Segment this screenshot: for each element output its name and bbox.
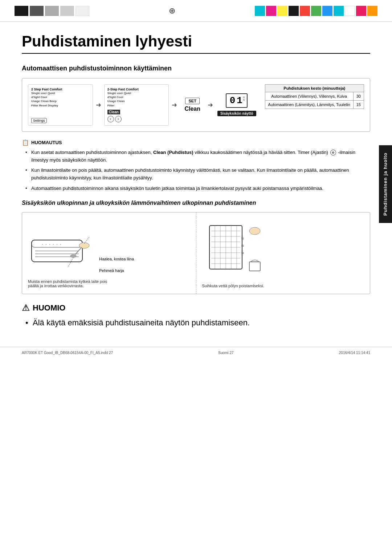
svg-point-7	[70, 255, 76, 257]
illus-bottom-text: Muista ennen puhdistamista kytkeä laite …	[28, 279, 190, 288]
color-block-lightgray	[45, 6, 59, 16]
top-bar-center: ⊕	[89, 6, 255, 16]
color-block-green	[311, 6, 321, 16]
svg-text:≈: ≈	[241, 243, 244, 248]
diagram-table-container: Puhdistuksen kesto (minuutteja) Automaat…	[264, 83, 366, 127]
diagram-step1: 2 Step Fast Comfort Single user Quiet d'…	[28, 84, 93, 126]
svg-text:≈: ≈	[241, 250, 244, 256]
svg-rect-33	[249, 262, 260, 271]
compass-icon: ⊕	[169, 6, 175, 16]
arrow3: ➜	[206, 83, 215, 127]
illus-left-labels: Haalea, kostea liina Pehmeä harja	[99, 257, 134, 273]
top-bar: ⊕	[0, 0, 392, 22]
step1-line1: Single user Quiet	[31, 91, 90, 95]
color-block-white	[75, 6, 89, 16]
illus-right-drawing: ≈ ≈ ≈	[202, 218, 364, 281]
color-block-cyan	[255, 6, 265, 16]
nav-next-btn[interactable]: ›	[115, 116, 122, 122]
step1-title: 2 Step Fast Comfort Single user Quiet d'…	[31, 88, 90, 107]
footer-page-info: Suomi 27	[218, 351, 233, 355]
svg-point-14	[57, 244, 57, 245]
nav-prev-btn[interactable]: ‹	[107, 116, 114, 122]
table-row2-desc: Automaattinen (Lämmitys), Lämmitys, Tuul…	[265, 101, 353, 109]
illus-right-label: Suihkuta vettä pölyn poistamiseksi.	[202, 284, 364, 288]
page-title: Puhdistaminen lyhyesti	[22, 33, 370, 54]
svg-point-15	[60, 244, 61, 245]
section2-heading: Sisäyksikön ulkopinnan ja ulkoyksikön lä…	[22, 200, 370, 206]
note-header: 📋 HUOMAUTUS	[22, 139, 370, 146]
note-list: Kun asetat automaattisen puhdistustoimin…	[22, 149, 370, 192]
arrow2: ➜	[170, 83, 179, 127]
color-blocks-left	[15, 6, 89, 16]
diagram-box: 2 Step Fast Comfort Single user Quiet d'…	[22, 78, 370, 132]
svg-point-10	[42, 244, 43, 245]
illustration-box: Haalea, kostea liina Pehmeä harja Muista…	[22, 212, 370, 294]
step2-clean-highlight: Clean	[107, 110, 120, 114]
footer: AR7000K ET Good_IB_DB68-06154A-00_FI_A5.…	[0, 347, 392, 358]
color-block-darkgray	[30, 6, 44, 16]
step1-line4: Filter Reset Display	[31, 103, 90, 107]
note-item-2: Kun ilmastointilaite on pois päältä, aut…	[25, 167, 370, 182]
table-row2-value: 15	[353, 101, 364, 109]
color-block-yellow	[277, 6, 287, 16]
note-section: 📋 HUOMAUTUS Kun asetat automaattisen puh…	[22, 139, 370, 192]
right-tab: Puhdistaminen ja huolto	[379, 145, 392, 223]
note-item-3: Automaattisen puhdistustoiminnon aikana …	[25, 185, 370, 192]
diagram-middle: SET Clean	[179, 83, 206, 127]
section1-heading: Automaattisen puhdistustoiminnon käyttäm…	[22, 65, 370, 72]
color-block-magenta	[266, 6, 276, 16]
main-content: Puhdistaminen lyhyesti Automaattisen puh…	[0, 22, 392, 347]
caution-box: ⚠ HUOMIO Älä käytä emäksisiä puhdistusai…	[22, 303, 370, 329]
table-row1-desc: Automaattinen (Viilennys), Viilennys, Ku…	[265, 92, 353, 101]
ac-unit-svg	[28, 218, 93, 276]
diagram-step2: 2-Step Fast Comfort Single user Quiet d'…	[104, 84, 169, 126]
clean-label: Clean	[184, 106, 200, 112]
color-block-pink	[356, 6, 366, 16]
table-row: Automaattinen (Viilennys), Viilennys, Ku…	[265, 92, 364, 101]
display-screen: 01 ○○	[226, 93, 248, 108]
color-block-black	[15, 6, 28, 16]
color-block-cyan2	[334, 6, 344, 16]
color-blocks-right	[255, 6, 377, 16]
svg-text:≈: ≈	[241, 235, 244, 241]
note-header-text: HUOMAUTUS	[31, 140, 62, 145]
svg-rect-1	[32, 240, 82, 247]
color-block-black2	[289, 6, 299, 16]
nav-buttons: ‹ ›	[107, 116, 166, 122]
illustration-right: ≈ ≈ ≈ Suihkuta vettä pölyn poistamiseksi…	[196, 212, 370, 294]
table-row1-value: 30	[353, 92, 364, 101]
caution-icon: ⚠	[22, 303, 30, 313]
caution-header: ⚠ HUOMIO	[22, 303, 370, 313]
footer-right: 2016/4/14 11:14:41	[339, 351, 370, 355]
table-row: Automaattinen (Lämmitys), Lämmitys, Tuul…	[265, 101, 364, 109]
color-block-lightergray	[60, 6, 74, 16]
svg-point-12	[49, 244, 50, 245]
footer-left: AR7000K ET Good_IB_DB68-06154A-00_FI_A5.…	[22, 351, 113, 355]
illus-label2: Pehmeä harja	[99, 268, 134, 273]
diagram-display: 01 ○○ Sisäyksikön näyttö	[215, 83, 259, 127]
caution-list: Älä käytä emäksisiä puhdistusaineita näy…	[22, 317, 370, 329]
outdoor-unit-svg: ≈ ≈ ≈	[202, 218, 268, 276]
right-tab-label: Puhdistaminen ja huolto	[383, 153, 388, 216]
step1-line3: Usage Clean Beep	[31, 99, 90, 103]
caution-header-text: HUOMIO	[33, 303, 65, 313]
svg-point-29	[249, 227, 260, 235]
svg-line-9	[68, 257, 73, 267]
timer-icon: ⊕	[330, 150, 336, 155]
caution-item-1: Älä käytä emäksisiä puhdistusaineita näy…	[25, 317, 370, 329]
step1-line2: d'light Cool	[31, 95, 90, 99]
svg-point-13	[53, 244, 54, 245]
arrow1: ➜	[94, 83, 103, 127]
note-icon: 📋	[22, 139, 29, 146]
note-item-1: Kun asetat automaattisen puhdistustoimin…	[25, 149, 370, 164]
color-block-white2	[345, 6, 355, 16]
step1-settings: Settings	[31, 119, 90, 122]
set-button[interactable]: SET	[185, 98, 199, 104]
illus-label1: Haalea, kostea liina	[99, 257, 134, 261]
display-dots: ○○	[243, 96, 245, 101]
illus-left-drawing: Haalea, kostea liina Pehmeä harja	[28, 218, 190, 276]
table-header: Puhdistuksen kesto (minuutteja)	[265, 85, 364, 92]
color-block-blue	[322, 6, 332, 16]
display-digits: 01	[230, 95, 244, 106]
display-screen-label: Sisäyksikön näyttö	[217, 111, 256, 116]
